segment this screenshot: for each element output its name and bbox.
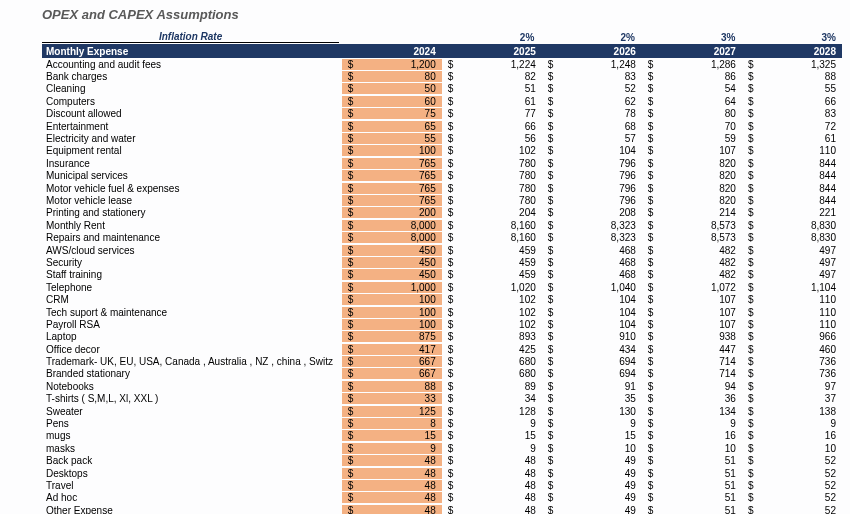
row-label[interactable]: Municipal services bbox=[42, 170, 342, 181]
row-label[interactable]: Telephone bbox=[42, 282, 342, 293]
value-cell[interactable]: $497 bbox=[742, 245, 842, 256]
value-cell[interactable]: $72 bbox=[742, 121, 842, 132]
value-cell[interactable]: $34 bbox=[442, 393, 542, 404]
row-label[interactable]: Equipment rental bbox=[42, 145, 342, 156]
value-cell[interactable]: $780 bbox=[442, 170, 542, 181]
value-cell[interactable]: $49 bbox=[542, 480, 642, 491]
value-cell[interactable]: $60 bbox=[342, 96, 442, 107]
value-cell[interactable]: $667 bbox=[342, 356, 442, 367]
row-label[interactable]: Cleaning bbox=[42, 83, 342, 94]
row-label[interactable]: Motor vehicle lease bbox=[42, 195, 342, 206]
value-cell[interactable]: $8,323 bbox=[542, 220, 642, 231]
value-cell[interactable]: $765 bbox=[342, 170, 442, 181]
row-label[interactable]: Electricity and water bbox=[42, 133, 342, 144]
value-cell[interactable]: $667 bbox=[342, 368, 442, 379]
row-label[interactable]: Printing and stationery bbox=[42, 207, 342, 218]
value-cell[interactable]: $65 bbox=[342, 121, 442, 132]
value-cell[interactable]: $765 bbox=[342, 183, 442, 194]
value-cell[interactable]: $48 bbox=[342, 480, 442, 491]
row-label[interactable]: Desktops bbox=[42, 468, 342, 479]
value-cell[interactable]: $8,830 bbox=[742, 232, 842, 243]
value-cell[interactable]: $1,040 bbox=[542, 282, 642, 293]
value-cell[interactable]: $66 bbox=[742, 96, 842, 107]
value-cell[interactable]: $52 bbox=[742, 468, 842, 479]
row-label[interactable]: T-shirts ( S,M,L, Xl, XXL ) bbox=[42, 393, 342, 404]
value-cell[interactable]: $820 bbox=[642, 183, 742, 194]
value-cell[interactable]: $204 bbox=[442, 207, 542, 218]
value-cell[interactable]: $9 bbox=[542, 418, 642, 429]
value-cell[interactable]: $10 bbox=[742, 443, 842, 454]
value-cell[interactable]: $97 bbox=[742, 381, 842, 392]
value-cell[interactable]: $450 bbox=[342, 269, 442, 280]
value-cell[interactable]: $8,573 bbox=[642, 220, 742, 231]
value-cell[interactable]: $89 bbox=[442, 381, 542, 392]
value-cell[interactable]: $820 bbox=[642, 170, 742, 181]
value-cell[interactable]: $459 bbox=[442, 257, 542, 268]
row-label[interactable]: Sweater bbox=[42, 406, 342, 417]
value-cell[interactable]: $736 bbox=[742, 356, 842, 367]
value-cell[interactable]: $110 bbox=[742, 319, 842, 330]
row-label[interactable]: Other Expense bbox=[42, 505, 342, 514]
row-label[interactable]: Motor vehicle fuel & expenses bbox=[42, 183, 342, 194]
value-cell[interactable]: $61 bbox=[742, 133, 842, 144]
inflation-rate-cell[interactable]: 2% bbox=[540, 32, 641, 43]
value-cell[interactable]: $9 bbox=[442, 443, 542, 454]
row-label[interactable]: Discount allowed bbox=[42, 108, 342, 119]
value-cell[interactable]: $66 bbox=[442, 121, 542, 132]
year-header-cell[interactable]: 2025 bbox=[442, 46, 542, 57]
value-cell[interactable]: $100 bbox=[342, 294, 442, 305]
value-cell[interactable]: $82 bbox=[442, 71, 542, 82]
row-label[interactable]: Branded stationary bbox=[42, 368, 342, 379]
value-cell[interactable]: $70 bbox=[642, 121, 742, 132]
value-cell[interactable]: $497 bbox=[742, 257, 842, 268]
value-cell[interactable]: $434 bbox=[542, 344, 642, 355]
value-cell[interactable]: $15 bbox=[442, 430, 542, 441]
value-cell[interactable]: $9 bbox=[742, 418, 842, 429]
value-cell[interactable]: $102 bbox=[442, 145, 542, 156]
value-cell[interactable]: $8,000 bbox=[342, 232, 442, 243]
value-cell[interactable]: $482 bbox=[642, 245, 742, 256]
value-cell[interactable]: $200 bbox=[342, 207, 442, 218]
value-cell[interactable]: $844 bbox=[742, 158, 842, 169]
value-cell[interactable]: $75 bbox=[342, 108, 442, 119]
value-cell[interactable]: $102 bbox=[442, 319, 542, 330]
value-cell[interactable]: $94 bbox=[642, 381, 742, 392]
value-cell[interactable]: $48 bbox=[442, 492, 542, 503]
value-cell[interactable]: $221 bbox=[742, 207, 842, 218]
value-cell[interactable]: $64 bbox=[642, 96, 742, 107]
value-cell[interactable]: $48 bbox=[342, 505, 442, 514]
value-cell[interactable]: $49 bbox=[542, 492, 642, 503]
value-cell[interactable]: $1,020 bbox=[442, 282, 542, 293]
value-cell[interactable]: $48 bbox=[442, 505, 542, 514]
value-cell[interactable]: $482 bbox=[642, 257, 742, 268]
row-label[interactable]: Travel bbox=[42, 480, 342, 491]
value-cell[interactable]: $57 bbox=[542, 133, 642, 144]
row-label[interactable]: CRM bbox=[42, 294, 342, 305]
value-cell[interactable]: $1,104 bbox=[742, 282, 842, 293]
value-cell[interactable]: $56 bbox=[442, 133, 542, 144]
value-cell[interactable]: $36 bbox=[642, 393, 742, 404]
value-cell[interactable]: $9 bbox=[342, 443, 442, 454]
value-cell[interactable]: $820 bbox=[642, 195, 742, 206]
value-cell[interactable]: $50 bbox=[342, 83, 442, 94]
year-header-cell[interactable]: 2024 bbox=[342, 46, 442, 57]
value-cell[interactable]: $497 bbox=[742, 269, 842, 280]
value-cell[interactable]: $61 bbox=[442, 96, 542, 107]
row-label[interactable]: Ad hoc bbox=[42, 492, 342, 503]
year-header-cell[interactable]: 2028 bbox=[742, 46, 842, 57]
value-cell[interactable]: $796 bbox=[542, 158, 642, 169]
value-cell[interactable]: $110 bbox=[742, 145, 842, 156]
value-cell[interactable]: $107 bbox=[642, 319, 742, 330]
row-label[interactable]: Pens bbox=[42, 418, 342, 429]
value-cell[interactable]: $128 bbox=[442, 406, 542, 417]
row-label[interactable]: mugs bbox=[42, 430, 342, 441]
value-cell[interactable]: $100 bbox=[342, 307, 442, 318]
value-cell[interactable]: $55 bbox=[742, 83, 842, 94]
value-cell[interactable]: $15 bbox=[542, 430, 642, 441]
value-cell[interactable]: $48 bbox=[442, 468, 542, 479]
value-cell[interactable]: $1,325 bbox=[742, 59, 842, 70]
value-cell[interactable]: $138 bbox=[742, 406, 842, 417]
value-cell[interactable]: $468 bbox=[542, 257, 642, 268]
value-cell[interactable]: $910 bbox=[542, 331, 642, 342]
value-cell[interactable]: $130 bbox=[542, 406, 642, 417]
